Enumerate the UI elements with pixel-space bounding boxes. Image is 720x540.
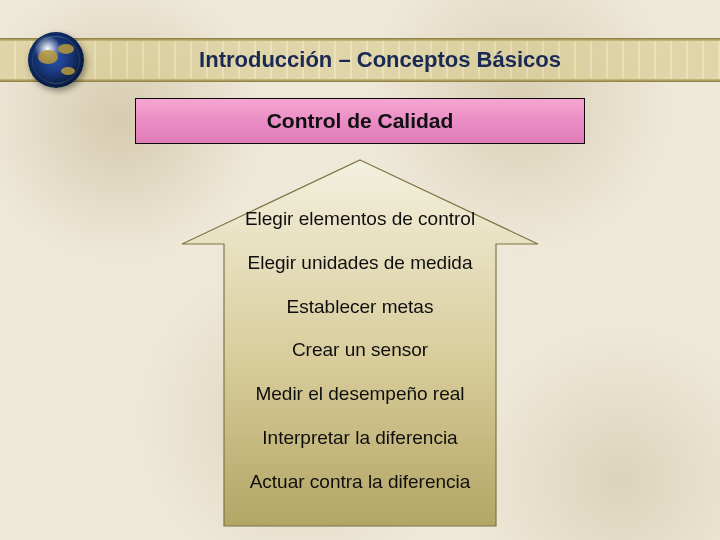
step-item: Actuar contra la diferencia bbox=[160, 461, 560, 505]
topic-banner: Control de Calidad bbox=[135, 98, 585, 144]
step-item: Elegir elementos de control bbox=[160, 198, 560, 242]
step-item: Medir el desempeño real bbox=[160, 373, 560, 417]
step-item: Establecer metas bbox=[160, 286, 560, 330]
slide-title: Introducción – Conceptos Básicos bbox=[100, 38, 660, 82]
globe-icon bbox=[28, 32, 84, 88]
step-item: Interpretar la diferencia bbox=[160, 417, 560, 461]
steps-list: Elegir elementos de control Elegir unida… bbox=[160, 198, 560, 505]
slide: Introducción – Conceptos Básicos Control… bbox=[0, 0, 720, 540]
step-item: Elegir unidades de medida bbox=[160, 242, 560, 286]
step-item: Crear un sensor bbox=[160, 329, 560, 373]
